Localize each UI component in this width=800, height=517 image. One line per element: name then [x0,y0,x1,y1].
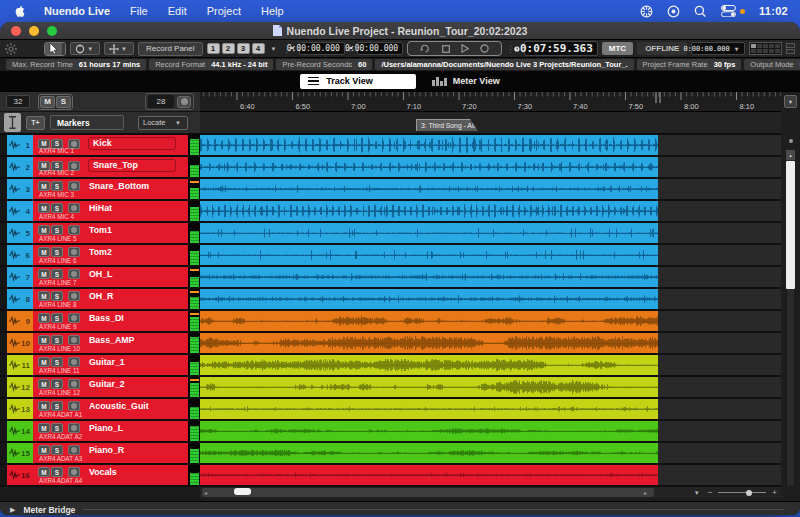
track-name[interactable]: Vocals [89,467,117,477]
apple-menu-icon[interactable] [12,5,34,18]
track-record-arm-button[interactable] [68,379,80,389]
track-lane-HiHat[interactable] [200,201,781,223]
track-mute-button[interactable]: M [38,335,50,345]
track-name[interactable]: Acoustic_Guit [89,401,149,411]
song-marker[interactable]: 3: Third Song - Alive [416,119,478,131]
window-title-bar[interactable]: Nuendo Live Project - Reunion_Tour_20:02… [0,22,800,40]
marker-lane[interactable]: 3: Third Song - Alive [200,112,781,135]
markers-field[interactable]: Markers [50,115,124,130]
track-mute-button[interactable]: M [38,401,50,411]
track-lane-Snare_Bottom[interactable] [200,179,781,201]
tab-meter-view[interactable]: Meter View [432,76,499,86]
track-name[interactable]: Piano_L [89,423,123,433]
track-lane-Kick[interactable] [200,135,781,157]
track-record-arm-button[interactable] [68,335,80,345]
audio-clip[interactable] [200,443,658,463]
audio-clip[interactable] [200,311,658,331]
track-header[interactable]: MSKickAXR4 MIC 1 [33,135,188,155]
track-lane-Vocals[interactable] [200,465,781,487]
global-solo-button[interactable]: S [56,96,71,108]
minimize-window-button[interactable] [29,26,39,36]
track-name[interactable]: Tom1 [89,225,112,235]
scroll-tool-button[interactable]: ▼ [104,42,134,55]
track-solo-button[interactable]: S [51,401,63,411]
track-mute-button[interactable]: M [38,445,50,455]
track-name[interactable]: Guitar_1 [89,357,125,367]
track-color-strip[interactable]: 12 [7,377,33,397]
track-record-arm-button[interactable] [68,181,80,191]
audio-clip[interactable] [200,201,658,221]
track-color-strip[interactable]: 3 [7,179,33,199]
track-name[interactable]: Snare_Top [88,159,176,172]
horizontal-scrollbar[interactable] [202,488,654,497]
track-name[interactable]: Kick [88,137,176,150]
track-header[interactable]: MSOH_RAXR4 LINE 8 [33,289,188,309]
track-row-Bass_AMP[interactable]: 10MSBass_AMPAXR4 LINE 10 [0,333,200,355]
audio-clip[interactable] [200,399,658,419]
meter-bridge-bar[interactable]: ▶ Meter Bridge [0,501,800,515]
marker-button-4[interactable]: 4 [252,43,265,54]
jog-tool-button[interactable]: ▼ [70,42,100,55]
play-button[interactable] [461,44,469,53]
menu-help[interactable]: Help [251,5,294,17]
record-status-icon[interactable] [667,5,680,18]
track-solo-button[interactable]: S [51,181,63,191]
track-row-HiHat[interactable]: 4MSHiHatAXR4 MIC 4 [0,201,200,223]
track-mute-button[interactable]: M [38,225,50,235]
audio-clip[interactable] [200,223,658,243]
track-record-arm-button[interactable] [68,357,80,367]
track-mute-button[interactable]: M [38,313,50,323]
track-lane-Bass_AMP[interactable] [200,333,781,355]
track-row-Guitar_2[interactable]: 12MSGuitar_2AXR4 LINE 12 [0,377,200,399]
window-layout-buttons[interactable] [786,43,795,54]
zoom-out-button[interactable]: − [708,488,713,497]
audio-clip[interactable] [200,179,658,199]
settings-gear-icon[interactable] [5,43,17,55]
track-header[interactable]: MSHiHatAXR4 MIC 4 [33,201,188,221]
track-solo-button[interactable]: S [51,291,63,301]
track-header[interactable]: MSSnare_BottomAXR4 MIC 3 [33,179,188,199]
track-row-Acoustic_Guit[interactable]: 13MSAcoustic_GuitAXR4 ADAT A1 [0,399,200,421]
track-solo-button[interactable]: S [51,467,63,477]
scroll-right-arrow[interactable]: ▸ [644,489,647,496]
track-solo-button[interactable]: S [51,203,63,213]
track-lane-Snare_Top[interactable] [200,157,781,179]
track-color-strip[interactable]: 1 [7,135,33,155]
scroll-dropdown-arrow[interactable]: ▼ [119,46,129,52]
track-solo-button[interactable]: S [51,269,63,279]
track-header[interactable]: MSTom2AXR4 LINE 6 [33,245,188,265]
track-color-strip[interactable]: 6 [7,245,33,265]
range-tool-button[interactable] [62,43,66,55]
right-locator-time[interactable]: 0:00:00.000 [357,42,403,55]
track-row-Tom2[interactable]: 6MSTom2AXR4 LINE 6 [0,245,200,267]
close-window-button[interactable] [11,26,21,36]
track-header[interactable]: MSBass_DIAXR4 LINE 9 [33,311,188,331]
track-row-Snare_Bottom[interactable]: 3MSSnare_BottomAXR4 MIC 3 [0,179,200,201]
track-mute-button[interactable]: M [38,291,50,301]
track-name[interactable]: Piano_R [89,445,124,455]
marker-button-2[interactable]: 2 [222,43,235,54]
cycle-button[interactable] [420,44,431,53]
track-mute-button[interactable]: M [38,467,50,477]
track-lane-Tom2[interactable] [200,245,781,267]
track-record-arm-button[interactable] [68,313,80,323]
track-mute-button[interactable]: M [38,357,50,367]
track-solo-button[interactable]: S [51,313,63,323]
track-record-arm-button[interactable] [68,225,80,235]
track-row-Snare_Top[interactable]: 2MSSnare_TopAXR4 MIC 2 [0,157,200,179]
track-height-slider[interactable] [4,113,21,132]
track-header[interactable]: MSPiano_LAXR4 ADAT A2 [33,421,188,441]
track-solo-button[interactable]: S [51,335,63,345]
track-record-arm-button[interactable] [68,401,80,411]
track-name[interactable]: Snare_Bottom [89,181,149,191]
track-solo-button[interactable]: S [51,247,63,257]
spotlight-search-icon[interactable] [694,5,707,18]
zoom-slider[interactable] [718,492,766,493]
track-name[interactable]: OH_R [89,291,113,301]
track-mute-button[interactable]: M [38,181,50,191]
tab-track-view[interactable]: Track View [300,74,416,89]
track-header[interactable]: MSOH_LAXR4 LINE 7 [33,267,188,287]
track-color-strip[interactable]: 5 [7,223,33,243]
track-lane-Piano_R[interactable] [200,443,781,465]
track-color-strip[interactable]: 10 [7,333,33,353]
